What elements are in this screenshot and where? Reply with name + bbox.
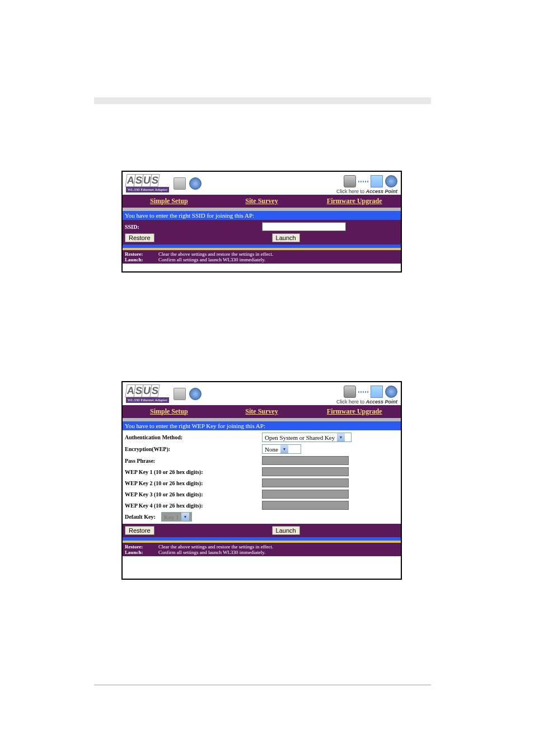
monitor-icon [371,175,383,187]
wep-key-4-label: WEP Key 4 (10 or 26 hex digits): [125,503,262,509]
globe-icon [189,388,202,400]
footer-help: Restore:Clear the above settings and res… [123,543,401,556]
adapter-icon [174,177,186,190]
header-icons-right [344,175,397,187]
default-key-select[interactable]: Key 1▾ [161,512,192,522]
ssid-label: SSID: [125,224,262,230]
wep-key-2-input[interactable] [262,478,349,487]
asus-logo: ASUS WL330 Ethernet Adapter [126,174,169,192]
encryption-select[interactable]: None▾ [262,444,301,454]
tab-site-survey[interactable]: Site Survey [216,195,308,208]
header-icons-left [174,177,202,190]
device-icon [344,175,356,187]
tab-site-survey[interactable]: Site Survey [216,405,308,418]
tab-simple-setup[interactable]: Simple Setup [123,405,216,418]
screenshot-wep-page: ASUS WL330 Ethernet Adapter Click here t… [121,381,402,580]
signal-icon [358,181,368,182]
tabs: Simple Setup Site Survey Firmware Upgrad… [123,405,401,418]
wep-key-3-label: WEP Key 3 (10 or 26 hex digits): [125,491,262,497]
instruction-message: You have to enter the right WEP Key for … [123,421,401,430]
globe-icon [385,386,397,398]
header: ASUS WL330 Ethernet Adapter Click here t… [123,172,401,195]
header-icons-right [344,386,397,398]
button-row: Restore Launch [123,524,401,537]
encryption-label: Encryption(WEP): [125,446,262,452]
tab-simple-setup[interactable]: Simple Setup [123,195,216,208]
passphrase-label: Pass Phrase: [125,458,262,464]
device-icon [344,386,356,398]
instruction-message: You have to enter the right SSID for joi… [123,211,401,220]
screenshot-ssid-page: ASUS WL330 Ethernet Adapter Click here t… [121,171,402,273]
globe-icon [189,177,202,190]
page-header-bar [94,97,431,104]
header: ASUS WL330 Ethernet Adapter Click here t… [123,382,401,405]
tab-firmware-upgrade[interactable]: Firmware Upgrade [308,195,401,208]
tab-firmware-upgrade[interactable]: Firmware Upgrade [308,405,401,418]
monitor-icon [371,386,383,398]
launch-button[interactable]: Launch [272,526,300,535]
access-point-link[interactable]: Click here to Access Point [336,189,397,194]
globe-icon [385,175,397,187]
chevron-down-icon: ▾ [337,433,345,442]
restore-button[interactable]: Restore [125,233,154,242]
wep-key-1-input[interactable] [262,467,349,476]
adapter-icon [174,388,186,400]
signal-icon [358,391,368,393]
auth-method-label: Authentication Method: [125,434,262,440]
form-area: SSID: Restore Launch [123,220,401,245]
restore-button[interactable]: Restore [125,526,154,535]
tabs: Simple Setup Site Survey Firmware Upgrad… [123,195,401,208]
form-area: Authentication Method: Open System or Sh… [123,430,401,524]
wep-key-3-input[interactable] [262,490,349,499]
wep-key-1-label: WEP Key 1 (10 or 26 hex digits): [125,469,262,475]
ssid-input[interactable] [262,222,346,231]
chevron-down-icon: ▾ [181,513,189,521]
page-footer-line [94,684,431,685]
default-key-label: Default Key: [125,514,161,520]
access-point-link[interactable]: Click here to Access Point [336,399,397,405]
chevron-down-icon: ▾ [280,445,288,453]
launch-button[interactable]: Launch [272,233,300,242]
header-icons-left [174,388,202,400]
auth-method-select[interactable]: Open System or Shared Key▾ [262,433,352,442]
asus-logo: ASUS WL330 Ethernet Adapter [126,384,169,403]
footer-help: Restore:Clear the above settings and res… [123,250,401,264]
wep-key-2-label: WEP Key 2 (10 or 26 hex digits): [125,480,262,486]
wep-key-4-input[interactable] [262,501,349,510]
passphrase-input[interactable] [262,456,349,465]
